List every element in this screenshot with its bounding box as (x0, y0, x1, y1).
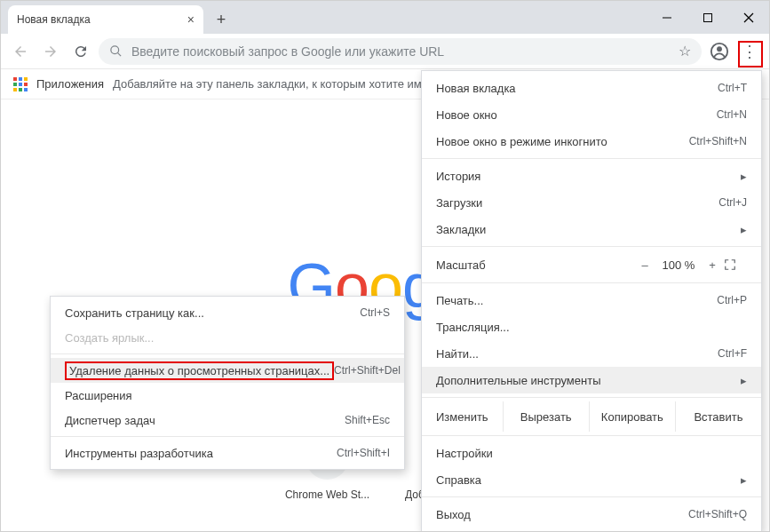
menu-history[interactable]: История▸ (422, 163, 761, 189)
menu-zoom: Масштаб – 100 % + (422, 250, 761, 279)
main-menu-button[interactable]: ⋮ (737, 38, 762, 65)
svg-rect-1 (704, 13, 712, 21)
new-tab-button[interactable]: + (209, 7, 234, 32)
fullscreen-button[interactable] (724, 258, 747, 271)
submenu-extensions[interactable]: Расширения (51, 383, 404, 408)
back-button[interactable] (8, 39, 33, 64)
main-menu: Новая вкладкаCtrl+T Новое окноCtrl+N Нов… (421, 70, 762, 532)
apps-icon (13, 77, 28, 91)
search-icon (109, 44, 123, 58)
more-tools-submenu: Сохранить страницу как...Ctrl+S Создать … (50, 296, 405, 470)
menu-incognito[interactable]: Новое окно в режиме инкогнитоCtrl+Shift+… (422, 128, 761, 155)
copy-button[interactable]: Копировать (589, 401, 675, 432)
submenu-clear-data[interactable]: Удаление данных о просмотренных страница… (51, 358, 404, 383)
menu-find[interactable]: Найти...Ctrl+F (422, 340, 761, 367)
close-window-button[interactable] (728, 1, 769, 34)
chevron-right-icon: ▸ (741, 374, 747, 387)
svg-point-4 (111, 46, 119, 54)
reload-button[interactable] (68, 39, 93, 64)
menu-bookmarks[interactable]: Закладки▸ (422, 216, 761, 242)
menu-cast[interactable]: Трансляция... (422, 314, 761, 340)
address-bar[interactable]: Введите поисковый запрос в Google или ук… (99, 38, 702, 65)
menu-more-tools[interactable]: Дополнительные инструменты▸ (422, 367, 761, 393)
cut-button[interactable]: Вырезать (503, 401, 589, 432)
bookbar-hint: Добавляйте на эту панель закладки, к кот… (113, 77, 439, 91)
shortcut-label: Chrome Web St... (285, 488, 369, 501)
paste-button[interactable]: Вставить (675, 401, 761, 432)
profile-button[interactable] (707, 39, 732, 64)
submenu-taskmgr[interactable]: Диспетчер задачShift+Esc (51, 408, 404, 433)
zoom-in-button[interactable]: + (701, 258, 724, 272)
chevron-right-icon: ▸ (741, 473, 747, 487)
address-placeholder: Введите поисковый запрос в Google или ук… (131, 44, 444, 59)
menu-edit: Изменить Вырезать Копировать Вставить (422, 401, 761, 432)
chevron-right-icon: ▸ (741, 170, 747, 183)
menu-new-tab[interactable]: Новая вкладкаCtrl+T (422, 75, 761, 101)
titlebar: Новая вкладка × + (1, 1, 769, 34)
menu-new-window[interactable]: Новое окноCtrl+N (422, 101, 761, 128)
submenu-devtools[interactable]: Инструменты разработчикаCtrl+Shift+I (51, 441, 404, 465)
menu-settings[interactable]: Настройки (422, 440, 761, 466)
chevron-right-icon: ▸ (741, 223, 747, 236)
menu-print[interactable]: Печать...Ctrl+P (422, 287, 761, 314)
apps-link[interactable]: Приложения (36, 77, 104, 91)
submenu-create-shortcut: Создать ярлык... (51, 325, 404, 350)
maximize-button[interactable] (687, 1, 728, 34)
zoom-percent: 100 % (656, 258, 701, 272)
tab-title: Новая вкладка (17, 13, 91, 26)
minimize-button[interactable] (647, 1, 687, 34)
svg-point-7 (717, 46, 722, 52)
forward-button[interactable] (38, 39, 63, 64)
menu-exit[interactable]: ВыходCtrl+Shift+Q (422, 501, 761, 528)
svg-line-5 (117, 52, 121, 56)
close-tab-icon[interactable]: × (187, 12, 194, 27)
submenu-save-page[interactable]: Сохранить страницу как...Ctrl+S (51, 300, 404, 325)
menu-downloads[interactable]: ЗагрузкиCtrl+J (422, 189, 761, 216)
toolbar: Введите поисковый запрос в Google или ук… (1, 34, 769, 69)
menu-help[interactable]: Справка▸ (422, 466, 761, 493)
window-controls (647, 1, 769, 34)
browser-tab[interactable]: Новая вкладка × (8, 5, 203, 34)
zoom-out-button[interactable]: – (633, 258, 656, 272)
bookmark-star-icon[interactable]: ☆ (679, 43, 691, 60)
